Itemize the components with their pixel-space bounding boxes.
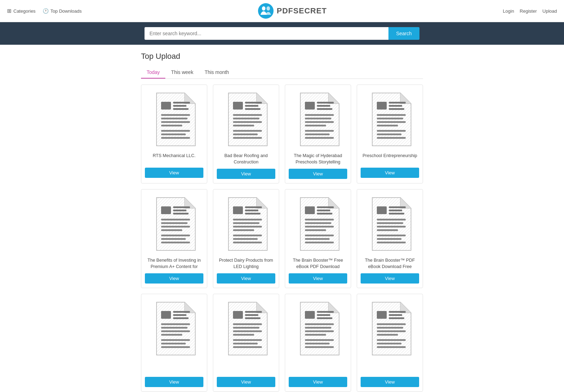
categories-link[interactable]: ⊞ Categories [7,8,36,14]
svg-rect-138 [389,314,402,316]
search-bar: Search [0,22,564,45]
svg-rect-97 [377,238,401,240]
tabs: Today This week This month [141,67,423,79]
svg-rect-88 [377,206,387,214]
svg-rect-58 [161,226,190,228]
view-button[interactable]: View [145,273,203,284]
doc-card: View [213,294,279,392]
tab-this-week[interactable]: This week [165,67,199,79]
svg-rect-24 [233,130,262,132]
svg-rect-112 [233,311,243,319]
logo-area: PDFSECRET [258,3,327,19]
svg-rect-46 [377,121,406,123]
view-button[interactable]: View [361,273,419,284]
view-button[interactable]: View [289,377,347,387]
doc-card: RTS Mechanical LLC. View [141,85,207,183]
svg-rect-131 [305,334,326,336]
svg-rect-113 [245,311,262,313]
svg-rect-30 [317,105,330,107]
view-button[interactable]: View [217,169,275,179]
svg-rect-103 [173,317,189,319]
doc-thumbnail [290,193,346,255]
svg-rect-86 [305,242,334,243]
tab-today[interactable]: Today [141,67,165,79]
svg-rect-67 [245,213,260,214]
svg-rect-125 [317,311,334,313]
main-content: Top Upload Today This week This month [137,45,427,392]
view-button[interactable]: View [145,168,203,178]
search-input[interactable] [145,27,388,40]
view-button[interactable]: View [289,169,347,179]
svg-rect-31 [317,108,332,110]
svg-rect-20 [233,114,262,116]
svg-rect-130 [305,330,334,332]
doc-thumbnail [146,88,202,150]
doc-card: View [285,294,351,392]
view-button[interactable]: View [361,377,419,387]
svg-rect-55 [173,213,189,214]
svg-rect-141 [377,327,403,329]
svg-rect-70 [233,226,262,228]
top-downloads-link[interactable]: 🕐 Top Downloads [43,8,82,14]
svg-rect-66 [245,210,258,211]
svg-rect-107 [161,334,182,336]
svg-rect-23 [233,125,254,126]
view-button[interactable]: View [217,377,275,387]
svg-rect-19 [245,108,260,110]
svg-rect-76 [305,206,315,214]
svg-rect-71 [233,229,254,231]
doc-grid: RTS Mechanical LLC. View [141,79,423,392]
svg-rect-96 [377,235,406,236]
tab-this-month[interactable]: This month [199,67,234,79]
svg-rect-106 [161,330,190,332]
register-link[interactable]: Register [520,8,537,14]
doc-thumbnail [218,88,274,150]
view-button[interactable]: View [217,273,275,284]
svg-rect-109 [161,343,186,344]
svg-rect-18 [245,105,258,107]
doc-card: View [141,294,207,392]
svg-rect-7 [173,108,189,110]
svg-rect-90 [389,210,402,211]
svg-rect-60 [161,235,190,236]
svg-rect-92 [377,219,406,220]
svg-rect-132 [305,339,334,341]
svg-rect-37 [305,133,330,135]
search-button[interactable]: Search [388,27,419,40]
search-bar-inner: Search [145,27,419,40]
svg-rect-57 [161,222,188,224]
svg-rect-134 [305,346,334,348]
svg-rect-95 [377,229,398,231]
upload-link[interactable]: Upload [542,8,557,14]
doc-thumbnail [146,193,202,255]
svg-rect-59 [161,229,182,231]
doc-title: The Benefits of Investing in Premium A+ … [145,257,203,270]
doc-title: The Brain Booster™ PDF eBook Download Fr… [361,257,419,270]
doc-card: Bad Bear Roofing and Construction View [213,85,279,183]
view-button[interactable]: View [145,377,203,387]
svg-rect-13 [161,133,186,135]
view-button[interactable]: View [361,168,419,178]
doc-card: Protect Dairy Products from LED Lighting… [213,189,279,288]
svg-rect-35 [305,125,326,126]
clock-icon: 🕐 [43,8,49,14]
svg-rect-100 [161,311,171,319]
categories-label: Categories [13,8,36,14]
view-button[interactable]: View [289,273,347,284]
svg-rect-110 [161,346,190,348]
svg-rect-140 [377,323,406,325]
svg-rect-4 [161,102,171,110]
svg-rect-29 [317,102,334,104]
svg-rect-74 [233,242,262,243]
doc-thumbnail [362,298,418,359]
doc-thumbnail [362,193,418,255]
logo-text: PDFSECRET [277,6,327,15]
svg-rect-28 [305,102,315,110]
svg-rect-108 [161,339,190,341]
nav-right: Login Register Upload [503,8,557,14]
login-link[interactable]: Login [503,8,514,14]
doc-thumbnail [146,298,202,359]
svg-rect-105 [161,327,188,329]
svg-rect-94 [377,226,406,228]
nav-left: ⊞ Categories 🕐 Top Downloads [7,8,82,14]
